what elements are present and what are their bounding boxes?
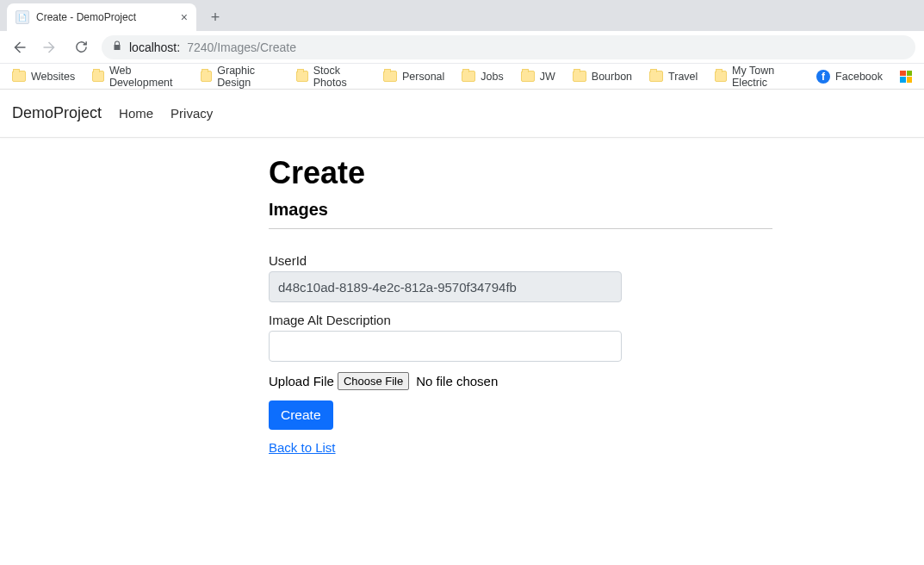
userid-input[interactable]: [269, 271, 622, 302]
page-favicon: 📄: [16, 10, 29, 24]
tab-title: Create - DemoProject: [36, 11, 136, 23]
back-to-list-link[interactable]: Back to List: [269, 440, 336, 455]
bookmark-facebook[interactable]: fFacebook: [816, 70, 883, 84]
bookmark-microsoft[interactable]: [900, 71, 912, 83]
page-subtitle: Images: [269, 200, 629, 223]
browser-toolbar: localhost:7240/Images/Create: [0, 31, 924, 64]
annotation-arrow-icon: [0, 198, 10, 370]
no-file-text: No file chosen: [416, 374, 498, 388]
folder-icon: [715, 71, 727, 82]
divider: [269, 228, 772, 229]
folder-icon: [649, 71, 663, 82]
bookmark-graphic-design[interactable]: Graphic Design: [201, 65, 279, 89]
alt-label: Image Alt Description: [269, 313, 629, 327]
folder-icon: [296, 71, 308, 82]
userid-label: UserId: [269, 253, 629, 268]
bookmark-stock-photos[interactable]: Stock Photos: [296, 65, 366, 89]
upload-file-label: Upload File: [269, 374, 334, 388]
bookmark-jobs[interactable]: Jobs: [462, 71, 503, 83]
nav-privacy[interactable]: Privacy: [171, 106, 213, 121]
bookmark-my-town-electric[interactable]: My Town Electric: [715, 65, 799, 89]
back-button[interactable]: [9, 37, 29, 58]
bookmark-travel[interactable]: Travel: [649, 71, 698, 83]
forward-button[interactable]: [40, 37, 60, 58]
bookmarks-bar: Websites Web Development Graphic Design …: [0, 64, 924, 90]
close-tab-icon[interactable]: ×: [181, 10, 188, 24]
brand[interactable]: DemoProject: [12, 104, 102, 122]
url-host: localhost:: [129, 40, 180, 54]
arrow-right-icon: [42, 40, 58, 55]
folder-icon: [201, 71, 213, 82]
folder-icon: [12, 71, 26, 82]
alt-description-input[interactable]: [269, 331, 622, 362]
url-path: 7240/Images/Create: [187, 40, 296, 54]
app-navbar: DemoProject Home Privacy: [0, 90, 924, 138]
reload-button[interactable]: [71, 37, 91, 58]
bookmark-jw[interactable]: JW: [521, 71, 555, 83]
folder-icon: [383, 71, 397, 82]
new-tab-button[interactable]: +: [203, 5, 227, 29]
bookmark-bourbon[interactable]: Bourbon: [573, 71, 632, 83]
folder-icon: [521, 71, 535, 82]
reload-icon: [74, 40, 89, 54]
page-content: Create Images UserId Image Alt Descripti…: [0, 138, 629, 456]
folder-icon: [573, 71, 586, 82]
address-bar[interactable]: localhost:7240/Images/Create: [102, 35, 915, 59]
folder-icon: [92, 71, 104, 82]
browser-tab-active[interactable]: 📄 Create - DemoProject ×: [7, 3, 196, 31]
bookmark-personal[interactable]: Personal: [383, 71, 444, 83]
page-title: Create: [269, 155, 629, 191]
bookmark-websites[interactable]: Websites: [12, 71, 75, 83]
arrow-left-icon: [11, 40, 27, 55]
folder-icon: [462, 71, 475, 82]
create-button[interactable]: Create: [269, 400, 333, 430]
choose-file-button[interactable]: Choose File: [338, 372, 409, 390]
bookmark-web-development[interactable]: Web Development: [92, 65, 183, 89]
nav-home[interactable]: Home: [119, 106, 153, 121]
lock-icon: [112, 40, 122, 54]
microsoft-icon: [900, 71, 912, 83]
facebook-icon: f: [816, 70, 830, 84]
browser-tabstrip: 📄 Create - DemoProject × +: [0, 0, 924, 31]
